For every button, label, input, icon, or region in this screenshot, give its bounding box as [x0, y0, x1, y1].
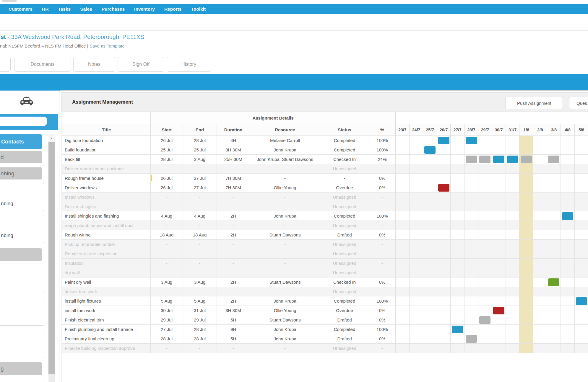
gantt-cell-28/7 — [464, 287, 478, 296]
assignment-row[interactable]: Build foundation25 Jul25 Jul3H 30MJohn K… — [62, 145, 588, 155]
gantt-bar-gray[interactable] — [479, 156, 490, 163]
gantt-cell-28/7 — [464, 296, 478, 306]
sidebar-item[interactable] — [0, 248, 42, 261]
cell-resource: - — [250, 221, 320, 230]
nav-item-tasks[interactable]: Tasks — [58, 6, 71, 12]
assignment-row[interactable]: Rough frame house26 Jul27 Jul7H 30M--0% — [62, 174, 588, 183]
assignment-row[interactable]: install trim work30 Jul31 Jul3H 30MOllie… — [62, 306, 588, 315]
assignment-row[interactable]: Preliminary final clean up28 Jul28 Jul5H… — [62, 334, 588, 344]
cell-title: Preliminary final clean up — [62, 334, 151, 344]
sidebar-item-nbing[interactable]: nbing — [0, 167, 42, 179]
sidebar-item-g[interactable]: g — [0, 362, 42, 375]
nav-item-customers[interactable]: Customers — [9, 6, 33, 12]
assignment-row[interactable]: install light fixtures5 Aug5 Aug2HJohn K… — [62, 296, 588, 306]
nav-item-hr[interactable]: HR — [42, 6, 48, 12]
gantt-cell-27/7 — [451, 155, 464, 164]
cell-end: 28 Jul — [183, 325, 217, 334]
gantt-bar-red[interactable] — [493, 307, 504, 314]
assignment-row[interactable]: Deliver rough lumber package----Unassign… — [62, 164, 588, 174]
assignment-row[interactable]: Finish electrical trim29 Jul29 Jul5HStua… — [62, 315, 588, 325]
gantt-cell-26/7 — [437, 174, 451, 183]
assignment-row[interactable]: Pick up returnable lumber----Unassigned- — [62, 240, 588, 249]
sidebar-search-input[interactable] — [0, 117, 47, 126]
tab-history[interactable]: History — [167, 57, 211, 72]
gantt-bar-red[interactable] — [438, 184, 449, 192]
assignment-row[interactable]: Dig hole foundation26 Jul28 Jul4HMelanie… — [62, 136, 588, 145]
tab-documents[interactable]: Documents — [14, 57, 71, 72]
sidebar-item[interactable] — [0, 379, 44, 382]
gantt-bar-blue[interactable] — [452, 326, 463, 333]
gantt-cell-23/7 — [396, 325, 410, 334]
gantt-bar-blue[interactable] — [466, 137, 477, 144]
sidebar-item[interactable] — [0, 264, 44, 293]
gantt-bar-green[interactable] — [548, 278, 559, 286]
cell-resource: - — [250, 174, 320, 183]
push-assignment-button[interactable]: Push Assignment — [506, 97, 563, 109]
assignment-row[interactable]: Finalize building inspection approva----… — [62, 344, 588, 353]
gantt-bar-gray[interactable] — [548, 156, 559, 163]
cell-title: Rough structure inspection — [62, 249, 151, 259]
assignment-row[interactable]: Paint dry wall3 Aug3 Aug2HStuart Dawsons… — [62, 277, 588, 287]
gantt-bar-blue[interactable] — [424, 146, 436, 154]
gantt-cell-27/7 — [451, 344, 464, 353]
tab-notes[interactable]: Notes — [73, 57, 115, 72]
assignment-row[interactable]: Insulation----Unassigned- — [62, 259, 588, 268]
cell-title: Deliver rough lumber package — [62, 164, 151, 174]
assignment-row[interactable]: Install shingles and flashing4 Aug4 Aug2… — [62, 211, 588, 221]
gantt-cell-24/7 — [409, 145, 423, 155]
assignment-row[interactable]: dry wall----Unassigned- — [62, 268, 588, 277]
tab-partial[interactable] — [0, 57, 11, 72]
cell-duration: 25H 30M — [217, 155, 250, 164]
gantt-bar-gray[interactable] — [466, 156, 477, 163]
assignment-row[interactable]: Install windows----Unassigned- — [62, 192, 588, 202]
gantt-bar-blue[interactable] — [438, 137, 449, 144]
cell-percent: - — [369, 202, 396, 211]
gantt-cell-27/7 — [451, 296, 464, 306]
save-as-template-link[interactable]: Save as Template — [90, 43, 125, 48]
gantt-cell-2/8 — [533, 287, 547, 296]
sidebar-item-Contacts[interactable]: Contacts — [0, 134, 42, 149]
nav-item-toolkit[interactable]: Toolkit — [191, 6, 206, 12]
sidebar-item[interactable] — [0, 297, 44, 326]
gantt-bar-gray[interactable] — [466, 335, 477, 343]
nav-item-sales[interactable]: Sales — [80, 6, 92, 12]
gantt-bar-gray[interactable] — [479, 316, 490, 324]
cell-percent: 24% — [369, 155, 396, 164]
cell-percent: - — [369, 287, 396, 296]
gantt-cell-3/8 — [547, 183, 561, 192]
assignment-row[interactable]: Deliver windows26 Jul27 Jul7H 30MOllie Y… — [62, 183, 588, 192]
assignment-row[interactable]: Deliver shingles----Unassigned- — [62, 202, 588, 211]
nav-item-reports[interactable]: Reports — [164, 6, 182, 12]
nav-item-inventory[interactable]: Inventory — [134, 6, 155, 12]
gantt-bar-blue[interactable] — [562, 212, 573, 220]
sidebar-item[interactable] — [0, 330, 44, 358]
gantt-cell-26/7 — [437, 230, 451, 240]
gantt-bar-gray[interactable] — [521, 156, 532, 163]
cell-duration: - — [217, 259, 250, 268]
assignment-row[interactable]: Finish plumbing and install furnace27 Ju… — [62, 325, 588, 334]
gantt-bar-blue[interactable] — [576, 297, 587, 305]
sidebar-item-nbing[interactable]: nbing — [0, 215, 44, 243]
cell-percent: 0% — [369, 315, 396, 325]
gantt-cell-28/7 — [464, 202, 478, 211]
sidebar-item-d[interactable]: d — [0, 151, 42, 163]
assignment-row[interactable]: Rough structure inspection----Unassigned… — [62, 249, 588, 259]
gantt-cell-5/8 — [574, 296, 588, 306]
gantt-bar-blue[interactable] — [493, 156, 504, 163]
gantt-cell-29/7 — [478, 183, 492, 192]
assignment-row[interactable]: rough plumb house and install duct----Un… — [62, 221, 588, 230]
sidebar-item-nbing[interactable]: nbing — [0, 183, 44, 211]
assignment-row[interactable]: deliver trim work----Unassigned- — [62, 287, 588, 296]
tab-sign-off[interactable]: Sign Off — [118, 57, 164, 72]
nav-item-purchases[interactable]: Purchases — [102, 6, 125, 12]
scrollbar-thumb[interactable] — [48, 142, 55, 374]
scrollbar-up-arrow[interactable]: ▲ — [48, 134, 55, 142]
gantt-cell-29/7 — [478, 296, 492, 306]
gantt-cell-31/7 — [506, 230, 519, 240]
gantt-cell-26/7 — [437, 202, 451, 211]
questions-button[interactable]: Ques — [569, 97, 588, 109]
assignment-row[interactable]: Back fill28 Jul3 Aug25H 30MJohn Krupa, S… — [62, 155, 588, 164]
assignment-row[interactable]: Rough wiring18 Aug18 Aug2HStuart Dawsons… — [62, 230, 588, 240]
gantt-bar-blue[interactable] — [507, 156, 518, 163]
gantt-cell-29/7 — [478, 249, 492, 259]
